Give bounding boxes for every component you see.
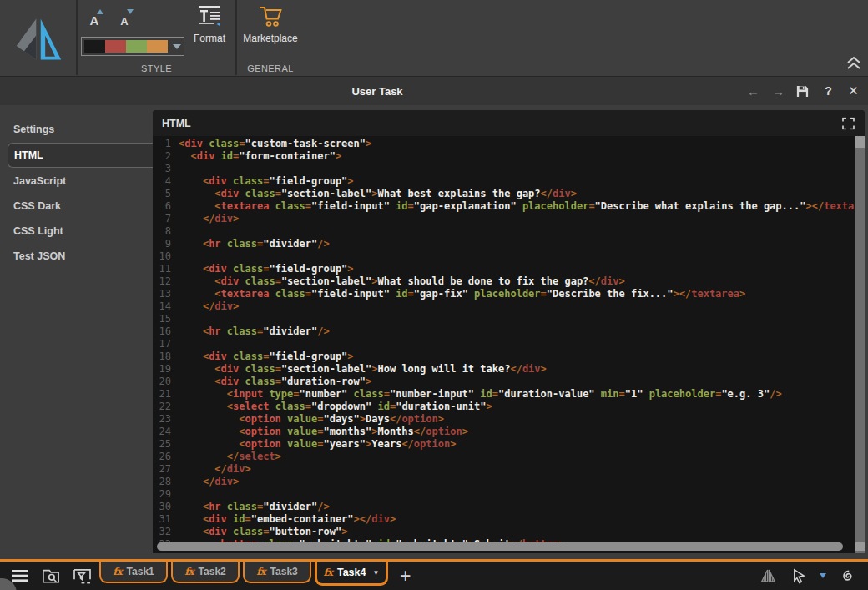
dialog-title: User Task bbox=[351, 85, 402, 98]
task-tab-task3[interactable]: fxTask3 bbox=[243, 562, 311, 583]
code-line[interactable]: 4 <div class="field-group"> bbox=[153, 175, 865, 188]
close-icon[interactable]: ✕ bbox=[845, 83, 861, 98]
code-line[interactable]: 8 bbox=[153, 225, 865, 238]
code-token bbox=[269, 200, 275, 212]
code-token: "section-label" bbox=[281, 188, 371, 199]
code-line[interactable]: 23 <option value="days">Days</option> bbox=[153, 413, 865, 426]
task-tab-task1[interactable]: fxTask1 bbox=[99, 562, 168, 583]
marketplace-button[interactable]: Marketplace bbox=[237, 3, 304, 63]
fullscreen-button[interactable] bbox=[842, 117, 855, 129]
sidebar-item-settings[interactable]: Settings bbox=[0, 117, 153, 142]
sidebar-item-css-light[interactable]: CSS Light bbox=[0, 219, 153, 244]
color-palette-dropdown[interactable] bbox=[81, 37, 184, 56]
code-line[interactable]: 19 <div class="section-label">How long w… bbox=[153, 363, 865, 376]
code-line[interactable]: 25 <option value="years">Years</option> bbox=[153, 438, 865, 451]
code-line[interactable]: 14 </div> bbox=[153, 300, 865, 313]
code-line[interactable]: 28 </div> bbox=[153, 476, 865, 488]
font-decrease-button[interactable]: A bbox=[114, 7, 135, 30]
code-line[interactable]: 32 <div class="button-row"> bbox=[153, 526, 865, 538]
scrollbar-thumb[interactable] bbox=[855, 136, 865, 148]
code-line[interactable]: 17 bbox=[153, 338, 865, 350]
task-tabs: fxTask1fxTask2fxTask3fxTask4▼ bbox=[99, 562, 388, 586]
sidebar-item-test-json[interactable]: Test JSON bbox=[0, 244, 153, 269]
line-number: 13 bbox=[153, 288, 171, 300]
code-token: > bbox=[245, 463, 251, 475]
collapse-ribbon-button[interactable] bbox=[845, 54, 863, 71]
code-token: > bbox=[438, 413, 444, 425]
filter-view-button[interactable] bbox=[72, 566, 92, 586]
code-line[interactable]: 1<div class="custom-task-screen"> bbox=[153, 138, 865, 150]
line-number: 2 bbox=[153, 150, 171, 163]
line-number: 31 bbox=[153, 513, 171, 526]
code-line[interactable]: 3 bbox=[153, 163, 865, 175]
code-token bbox=[595, 388, 601, 400]
code-token: "gap-explanation" bbox=[414, 200, 517, 212]
code-token: "field-input" bbox=[311, 200, 390, 212]
font-increase-button[interactable]: A bbox=[83, 7, 105, 30]
back-icon[interactable]: ← bbox=[745, 84, 761, 98]
code-token: class bbox=[227, 238, 257, 250]
code-token bbox=[179, 426, 239, 437]
task-tab-task2[interactable]: fxTask2 bbox=[171, 562, 240, 583]
line-number: 21 bbox=[153, 388, 171, 401]
code-token: div bbox=[209, 175, 227, 187]
format-button[interactable]: Format bbox=[185, 3, 234, 63]
code-token: class bbox=[245, 275, 275, 287]
horizontal-scrollbar[interactable] bbox=[157, 542, 843, 551]
sidebar-item-javascript[interactable]: JavaScript bbox=[0, 169, 153, 194]
forward-icon[interactable]: → bbox=[770, 84, 786, 98]
code-token: div bbox=[371, 513, 390, 525]
code-token bbox=[227, 350, 233, 362]
code-line[interactable]: 18 <div class="field-group"> bbox=[153, 350, 865, 363]
sidebar-item-css-dark[interactable]: CSS Dark bbox=[0, 194, 153, 219]
add-task-button[interactable]: + bbox=[400, 567, 411, 586]
code-token: div bbox=[601, 275, 619, 287]
code-line[interactable]: 2 <div id="form-container"> bbox=[153, 150, 865, 163]
code-area[interactable]: 1<div class="custom-task-screen">2 <div … bbox=[153, 136, 865, 553]
code-line[interactable]: 7 </div> bbox=[153, 213, 865, 225]
code-line[interactable]: 6 <textarea class="field-input" id="gap-… bbox=[153, 200, 865, 213]
code-line[interactable]: 31 <div id="embed-container"></div> bbox=[153, 513, 865, 526]
code-token: = bbox=[408, 288, 414, 300]
code-line[interactable]: 26 </select> bbox=[153, 451, 865, 463]
code-line[interactable]: 11 <div class="field-group"> bbox=[153, 263, 865, 275]
pointer-dropdown-caret-icon[interactable] bbox=[820, 573, 826, 578]
code-line[interactable]: 24 <option value="months">Months</option… bbox=[153, 426, 865, 438]
vertical-scrollbar[interactable] bbox=[855, 136, 865, 553]
code-line[interactable]: 15 bbox=[153, 313, 865, 325]
task-tab-task4[interactable]: fxTask4▼ bbox=[315, 562, 388, 586]
code-token: placeholder bbox=[522, 200, 588, 212]
code-token: class bbox=[354, 388, 384, 400]
code-line[interactable]: 9 <hr class="divider"/> bbox=[153, 238, 865, 250]
search-files-button[interactable] bbox=[41, 566, 61, 586]
code-line[interactable]: 30 <hr class="divider"/> bbox=[153, 501, 865, 513]
editor-title: HTML bbox=[162, 118, 191, 129]
save-button[interactable] bbox=[795, 84, 811, 98]
help-button[interactable]: ? bbox=[820, 84, 836, 98]
code-line[interactable]: 16 <hr class="divider"/> bbox=[153, 325, 865, 338]
code-token: div bbox=[221, 188, 240, 199]
code-line[interactable]: 22 <select class="dropdown" id="duration… bbox=[153, 401, 865, 413]
code-token: = bbox=[541, 288, 547, 300]
logo-mono-button[interactable] bbox=[758, 566, 778, 586]
code-line[interactable]: 5 <div class="section-label">What best e… bbox=[153, 188, 865, 200]
code-line[interactable]: 13 <textarea class="field-input" id="gap… bbox=[153, 288, 865, 300]
sidebar-item-html[interactable]: HTML bbox=[8, 143, 153, 168]
code-token: option bbox=[414, 438, 450, 450]
app-logo-button[interactable] bbox=[0, 0, 76, 76]
code-line[interactable]: 20 <div class="duration-row"> bbox=[153, 376, 865, 388]
code-line[interactable]: 12 <div class="section-label">What shoul… bbox=[153, 275, 865, 288]
code-line[interactable]: 27 </div> bbox=[153, 463, 865, 476]
code-line[interactable]: 21 <input type="number" class="number-in… bbox=[153, 388, 865, 401]
code-token: class bbox=[245, 376, 275, 387]
line-number: 19 bbox=[153, 363, 171, 376]
code-token: "custom-task-screen" bbox=[245, 138, 366, 149]
pointer-tool-button[interactable] bbox=[789, 566, 809, 586]
code-token: class bbox=[233, 526, 263, 537]
sidebar-nav: SettingsHTMLJavaScriptCSS DarkCSS LightT… bbox=[0, 105, 153, 559]
code-token: "field-group" bbox=[269, 350, 347, 362]
code-token: > bbox=[571, 188, 577, 199]
code-line[interactable]: 29 bbox=[153, 488, 865, 501]
code-line[interactable]: 10 bbox=[153, 250, 865, 263]
spiral-button[interactable] bbox=[837, 566, 857, 586]
